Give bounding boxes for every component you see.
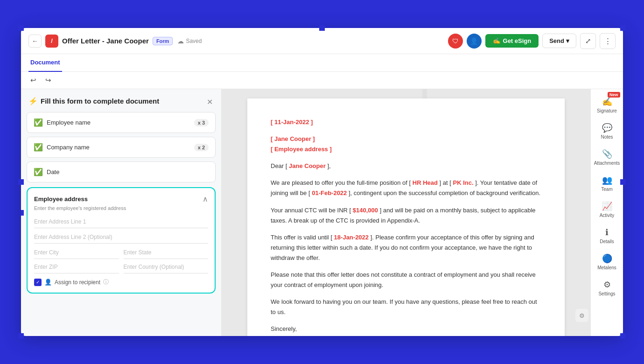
attachment-icon: 📎 [602, 149, 612, 159]
collapse-button[interactable]: ∧ [203, 195, 208, 203]
assign-row: ✓ 👤 Assign to recipient ⓘ [34, 278, 208, 286]
field-date[interactable]: ✅ Date [27, 161, 216, 182]
redo-button[interactable]: ↪ [42, 74, 55, 87]
send-button[interactable]: Send ▾ [542, 34, 576, 48]
sidebar-item-settings[interactable]: ⚙ Settings [593, 276, 621, 300]
activity-icon: 📈 [602, 201, 612, 211]
form-panel-title: ⚡ Fill this form to complete document [28, 97, 159, 105]
notes-icon: 💬 [602, 123, 612, 133]
field-company-name[interactable]: ✅ Company name x 2 [27, 137, 216, 158]
form-fields-list: ✅ Employee name x 3 ✅ Company name x 2 ✅… [21, 112, 221, 182]
shield-avatar[interactable]: 🛡 [448, 34, 463, 49]
employee-address-card: Employee address ∧ Enter the employee's … [27, 187, 216, 294]
more-options-button[interactable]: ⋮ [600, 33, 616, 49]
sidebar-item-notes[interactable]: 💬 Notes [593, 119, 621, 143]
details-icon: ℹ [605, 227, 609, 238]
document-title: Offer Letter - Jane Cooper [62, 37, 149, 45]
team-icon: 👥 [602, 175, 612, 185]
doc-greeting: Dear [ Jane Cooper ], [271, 161, 541, 171]
doc-para5: We look forward to having you on our tea… [271, 297, 541, 317]
document-area: [ 11-Jan-2022 ] [ Jane Cooper ] [ Employ… [222, 89, 590, 336]
close-panel-button[interactable]: ✕ [206, 97, 214, 107]
document-page: [ 11-Jan-2022 ] [ Jane Cooper ] [ Employ… [247, 98, 565, 336]
metalens-icon: 🔵 [602, 253, 612, 264]
form-panel-header: ⚡ Fill this form to complete document ✕ [21, 89, 221, 112]
sidebar-item-activity[interactable]: 📈 Activity [593, 197, 621, 222]
toolbar: ↩ ↪ [21, 72, 623, 89]
check-icon: ✅ [34, 168, 43, 176]
check-icon: ✅ [34, 118, 43, 127]
city-input[interactable] [34, 246, 119, 259]
signature-icon: ✍ [602, 97, 612, 107]
address-line1-input[interactable] [34, 216, 208, 228]
doc-para4: Please note that this offer letter does … [271, 270, 541, 290]
address-card-subtitle: Enter the employee's registered address [34, 205, 208, 211]
sidebar-item-details[interactable]: ℹ Details [593, 224, 621, 248]
sidebar-item-metalens[interactable]: 🔵 Metalens [593, 250, 621, 274]
doc-closing: Sincerely, [271, 324, 541, 334]
header-actions: 🛡 👤 ✍ Get eSign Send ▾ ⤢ ⋮ [448, 33, 616, 49]
back-button[interactable]: ← [28, 35, 42, 48]
address-card-title: Employee address [34, 196, 88, 203]
country-input[interactable] [124, 261, 209, 273]
sidebar-signature-wrap: ✍ Signature New [593, 93, 621, 117]
doc-para2: Your annual CTC will be INR [ $140,000 ]… [271, 205, 541, 226]
main-area: ⚡ Fill this form to complete document ✕ … [21, 89, 623, 336]
esign-icon: ✍ [493, 37, 500, 44]
assign-checkbox[interactable]: ✓ [34, 279, 42, 286]
zip-input[interactable] [34, 261, 119, 273]
address-card-header: Employee address ∧ [34, 195, 208, 203]
undo-button[interactable]: ↩ [27, 74, 40, 87]
doc-date: [ 11-Jan-2022 ] [271, 117, 541, 127]
doc-employee-address: [ Employee address ] [271, 146, 332, 153]
doc-para3: This offer is valid until [ 18-Jan-2022 … [271, 232, 541, 263]
saved-status: ☁ Saved [177, 37, 202, 45]
tab-document[interactable]: Document [28, 54, 62, 72]
assign-label: Assign to recipient [55, 279, 100, 286]
chevron-down-icon: ▾ [566, 37, 569, 44]
state-input[interactable] [124, 246, 209, 259]
field-employee-name[interactable]: ✅ Employee name x 3 [27, 112, 216, 133]
lightning-icon: ⚡ [28, 97, 38, 105]
right-sidebar: ✍ Signature New 💬 Notes 📎 Attachments 👥 … [590, 89, 623, 336]
app-window: ← / Offer Letter - Jane Cooper Form ☁ Sa… [21, 28, 623, 336]
tabs-bar: Document [21, 54, 623, 72]
check-icon: ✅ [34, 143, 43, 152]
scroll-handle[interactable]: ⚙ [575, 309, 588, 322]
sidebar-item-team[interactable]: 👥 Team [593, 171, 621, 196]
form-panel: ⚡ Fill this form to complete document ✕ … [21, 89, 222, 336]
doc-employee-name: [ Jane Cooper ] [271, 135, 315, 142]
app-logo: / [45, 35, 58, 48]
doc-name-block: [ Jane Cooper ] [ Employee address ] [271, 134, 541, 154]
form-badge: Form [153, 37, 173, 45]
user-avatar[interactable]: 👤 [467, 34, 482, 49]
new-badge: New [608, 92, 620, 98]
doc-para1: We are pleased to offer you the full-tim… [271, 178, 541, 198]
address-line2-input[interactable] [34, 231, 208, 244]
sidebar-item-attachments[interactable]: 📎 Attachments [593, 145, 621, 169]
share-button[interactable]: ⤢ [580, 33, 596, 49]
settings-icon: ⚙ [603, 280, 611, 290]
esign-button[interactable]: ✍ Get eSign [485, 34, 539, 48]
info-icon[interactable]: ⓘ [103, 278, 109, 286]
app-header: ← / Offer Letter - Jane Cooper Form ☁ Sa… [21, 28, 623, 54]
